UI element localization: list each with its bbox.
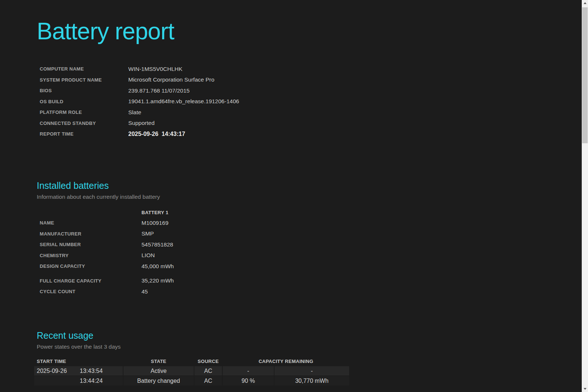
recent-usage-heading: Recent usage: [37, 330, 350, 342]
cell-capacity-mwh: 30,770 mWh: [275, 376, 349, 385]
cell-time: 13:44:24: [80, 378, 103, 384]
battery-value: M1009169: [141, 217, 174, 229]
cell-capacity-mwh: -: [275, 366, 349, 375]
battery-label: MANUFACTURER: [37, 229, 141, 240]
battery-capacity-table: FULL CHARGE CAPACITY 35,220 mWh CYCLE CO…: [37, 276, 174, 297]
info-value: WIN-1MS5V0CHLHK: [128, 64, 239, 75]
battery-label: NAME: [37, 217, 141, 229]
info-label: SYSTEM PRODUCT NAME: [37, 75, 128, 86]
scrollbar-down-button[interactable]: [582, 386, 588, 392]
info-value: Microsoft Corporation Surface Pro: [128, 75, 239, 86]
page-title: Battery report: [37, 17, 174, 46]
cell-state: Battery changed: [123, 376, 194, 385]
info-value: 19041.1.amd64fre.vb_release.191206-1406: [128, 96, 239, 107]
cell-start-time: 13:44:24: [34, 376, 123, 385]
battery-label: CYCLE COUNT: [37, 286, 141, 297]
battery-column-header: BATTERY 1: [141, 208, 174, 217]
cell-date: 2025-09-26: [37, 368, 80, 374]
installed-batteries-subtitle: Information about each currently install…: [37, 192, 174, 202]
battery-label: CHEMISTRY: [37, 250, 141, 261]
battery-value: SMP: [141, 229, 174, 240]
report-time-value: 2025-09-26 14:43:17: [128, 129, 239, 140]
system-info-table: COMPUTER NAME WIN-1MS5V0CHLHK SYSTEM PRO…: [37, 64, 239, 140]
table-header-row: START TIME STATE SOURCE CAPACITY REMAINI…: [34, 357, 349, 366]
battery-label: SERIAL NUMBER: [37, 239, 141, 250]
vertical-scrollbar[interactable]: [582, 0, 588, 392]
col-header-capacity-remaining: CAPACITY REMAINING: [223, 357, 349, 366]
scrollbar-up-button[interactable]: [582, 0, 588, 6]
cell-capacity-percent: 90 %: [223, 376, 274, 385]
cell-source: AC: [194, 366, 222, 375]
battery-value: 45,000 mWh: [141, 261, 174, 272]
battery-report-page: Battery report COMPUTER NAME WIN-1MS5V0C…: [0, 0, 588, 392]
col-header-source: SOURCE: [194, 357, 222, 366]
col-header-state: STATE: [123, 357, 194, 366]
spacer: [37, 272, 174, 276]
cell-time: 13:43:54: [80, 368, 103, 374]
battery-value: 45: [141, 286, 174, 297]
cell-state: Active: [123, 366, 194, 375]
battery-label: FULL CHARGE CAPACITY: [37, 276, 141, 287]
info-label: CONNECTED STANDBY: [37, 118, 128, 129]
battery-value: 5457851828: [141, 239, 174, 250]
info-value: 239.871.768 11/07/2015: [128, 85, 239, 96]
battery-value: 35,220 mWh: [141, 276, 174, 287]
scroll-up-icon: [584, 2, 587, 4]
info-label: REPORT TIME: [37, 129, 128, 140]
cell-capacity-percent: -: [223, 366, 274, 375]
info-label: OS BUILD: [37, 96, 128, 107]
scroll-down-icon: [584, 388, 587, 390]
scrollbar-thumb[interactable]: [582, 7, 588, 143]
table-row: 2025-09-2613:43:54 Active AC - -: [34, 366, 349, 375]
info-value: Slate: [128, 107, 239, 118]
info-label: COMPUTER NAME: [37, 64, 128, 75]
table-row: 13:44:24 Battery changed AC 90 % 30,770 …: [34, 376, 349, 385]
battery-value: LION: [141, 250, 174, 261]
battery-info-table: NAME M1009169 MANUFACTURER SMP SERIAL NU…: [37, 217, 174, 272]
cell-source: AC: [194, 376, 222, 385]
installed-batteries-heading: Installed batteries: [37, 180, 174, 192]
recent-usage-table: START TIME STATE SOURCE CAPACITY REMAINI…: [33, 356, 350, 386]
col-header-start-time: START TIME: [34, 357, 123, 366]
info-label: PLATFORM ROLE: [37, 107, 128, 118]
cell-start-time: 2025-09-2613:43:54: [34, 366, 123, 375]
recent-usage-subtitle: Power states over the last 3 days: [37, 342, 350, 352]
battery-label: DESIGN CAPACITY: [37, 261, 141, 272]
info-label: BIOS: [37, 85, 128, 96]
info-value: Supported: [128, 118, 239, 129]
